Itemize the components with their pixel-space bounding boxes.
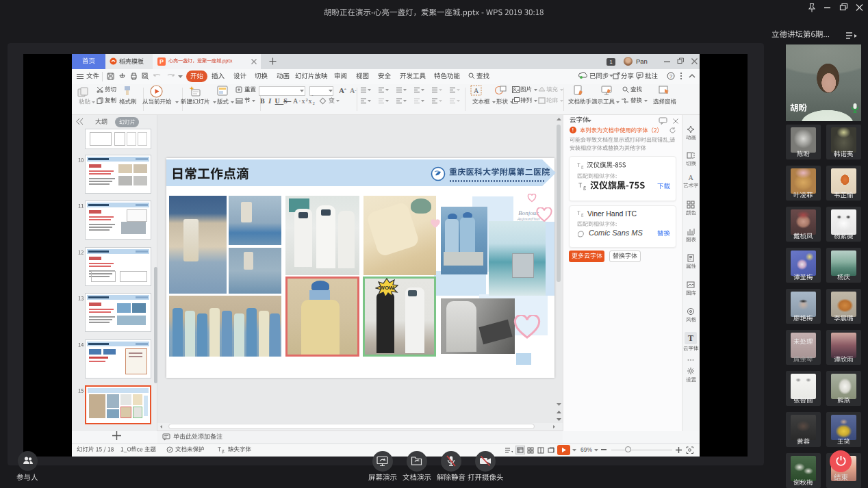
svg-text:?: ? <box>669 73 672 79</box>
svg-text:A: A <box>688 174 693 181</box>
svg-text:WOW: WOW <box>379 285 394 291</box>
svg-text:A: A <box>474 87 479 94</box>
